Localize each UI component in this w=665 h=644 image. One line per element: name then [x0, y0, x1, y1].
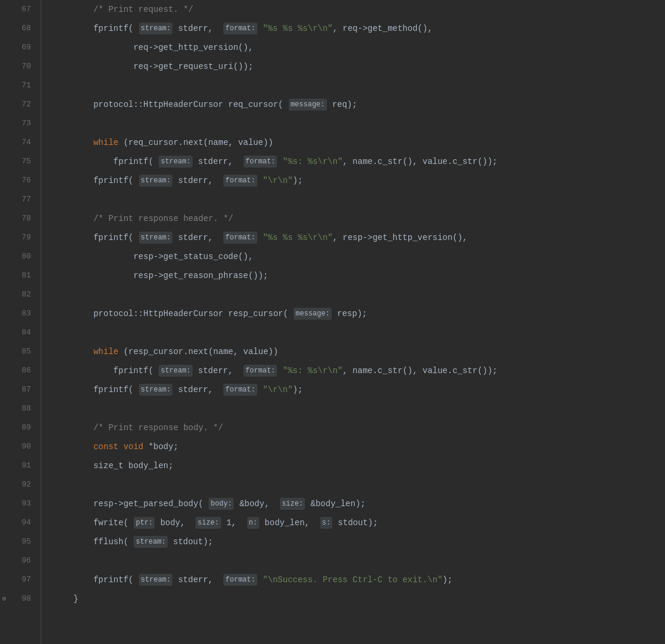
code-line-79: fprintf( stream: stderr, format: "%s %s …	[53, 228, 665, 247]
param-ptr-94: ptr:	[134, 517, 155, 529]
param-stream-76: stream:	[139, 175, 172, 187]
code-line-96	[53, 551, 665, 570]
ln-95: 95	[0, 532, 31, 551]
kw-const-90: const	[93, 442, 118, 452]
line-number-gutter: 67 68 69 70 71 72 73 74 75 76 77 78 79 8…	[0, 0, 42, 644]
ln-81: 81	[0, 266, 31, 285]
code-line-74: while (req_cursor.next(name, value))	[53, 133, 665, 152]
ln-67: 67	[0, 0, 31, 19]
param-n-94: n:	[247, 517, 259, 529]
ln-97: 97	[0, 570, 31, 589]
code-editor: 67 68 69 70 71 72 73 74 75 76 77 78 79 8…	[0, 0, 665, 644]
code-line-99	[53, 608, 665, 627]
code-line-75: fprintf( stream: stderr, format: "%s: %s…	[53, 152, 665, 171]
code-line-87: fprintf( stream: stderr, format: "\r\n")…	[53, 380, 665, 399]
param-body-93: body:	[209, 498, 234, 510]
code-line-68: fprintf( stream: stderr, format: "%s %s …	[53, 19, 665, 38]
param-stream-95: stream:	[134, 536, 167, 548]
ln-98: 98	[0, 589, 31, 608]
comment-67: /* Print request. */	[93, 5, 193, 14]
param-message-83: message:	[294, 308, 332, 320]
code-line-85: while (resp_cursor.next(name, value))	[53, 342, 665, 361]
ln-69: 69	[0, 38, 31, 57]
code-line-91: size_t body_len;	[53, 456, 665, 475]
param-format-76: format:	[223, 175, 257, 187]
code-line-82	[53, 285, 665, 304]
code-line-78: /* Print response header. */	[53, 209, 665, 228]
ln-73: 73	[0, 114, 31, 133]
ln-87: 87	[0, 380, 31, 399]
param-stream-87: stream:	[139, 384, 172, 396]
comment-89: /* Print response body. */	[93, 423, 223, 433]
code-line-89: /* Print response body. */	[53, 418, 665, 437]
ln-96: 96	[0, 551, 31, 570]
ln-84: 84	[0, 323, 31, 342]
ln-80: 80	[0, 247, 31, 266]
code-line-76: fprintf( stream: stderr, format: "\r\n")…	[53, 171, 665, 190]
param-stream-79: stream:	[139, 232, 172, 244]
code-line-81: resp->get_reason_phrase());	[53, 266, 665, 285]
kw-void-90: void	[124, 442, 144, 452]
code-line-92	[53, 475, 665, 494]
code-line-69: req->get_http_version(),	[53, 38, 665, 57]
ln-88: 88	[0, 399, 31, 418]
ln-72: 72	[0, 95, 31, 114]
param-format-68: format:	[223, 23, 257, 34]
ln-68: 68	[0, 19, 31, 38]
code-line-90: const void *body;	[53, 437, 665, 456]
param-format-87: format:	[223, 384, 257, 396]
code-line-72: protocol::HttpHeaderCursor req_cursor( m…	[53, 95, 665, 114]
code-line-70: req->get_request_uri());	[53, 57, 665, 76]
comment-78: /* Print response header. */	[93, 214, 233, 223]
code-line-93: resp->get_parsed_body( body: &body, size…	[53, 494, 665, 513]
ln-74: 74	[0, 133, 31, 152]
ln-92: 92	[0, 475, 31, 494]
ln-99	[0, 608, 31, 627]
ln-91: 91	[0, 456, 31, 475]
ln-76: 76	[0, 171, 31, 190]
code-line-94: fwrite( ptr: body, size: 1, n: body_len,…	[53, 513, 665, 532]
code-text-area: /* Print request. */ fprintf( stream: st…	[42, 0, 665, 644]
param-message-72: message:	[289, 99, 327, 111]
ln-77: 77	[0, 190, 31, 209]
param-stream-75: stream:	[159, 156, 192, 168]
fn-68: fprintf(	[93, 24, 133, 33]
code-line-84	[53, 323, 665, 342]
param-format-75: format:	[244, 156, 277, 168]
param-s-94: s:	[320, 517, 332, 529]
param-stream-86: stream:	[159, 365, 192, 377]
code-line-67: /* Print request. */	[53, 0, 665, 19]
code-line-71	[53, 76, 665, 95]
ln-90: 90	[0, 437, 31, 456]
code-line-83: protocol::HttpHeaderCursor resp_cursor( …	[53, 304, 665, 323]
code-line-86: fprintf( stream: stderr, format: "%s: %s…	[53, 361, 665, 380]
param-format-79: format:	[223, 232, 257, 244]
code-line-98: }	[53, 589, 665, 608]
ln-71: 71	[0, 76, 31, 95]
code-line-88	[53, 399, 665, 418]
param-size-94: size:	[196, 517, 220, 529]
param-stream-97: stream:	[139, 574, 172, 586]
ln-79: 79	[0, 228, 31, 247]
ln-89: 89	[0, 418, 31, 437]
ln-82: 82	[0, 285, 31, 304]
ln-85: 85	[0, 342, 31, 361]
param-format-86: format:	[244, 365, 277, 377]
param-stream-68: stream:	[139, 23, 172, 34]
kw-while-74: while	[93, 138, 118, 147]
code-line-95: fflush( stream: stdout);	[53, 532, 665, 551]
ln-70: 70	[0, 57, 31, 76]
param-size-93: size:	[280, 498, 305, 510]
ln-93: 93	[0, 494, 31, 513]
code-line-73	[53, 114, 665, 133]
ln-86: 86	[0, 361, 31, 380]
ln-83: 83	[0, 304, 31, 323]
ln-94: 94	[0, 513, 31, 532]
kw-while-85: while	[93, 347, 118, 356]
code-line-97: fprintf( stream: stderr, format: "\nSucc…	[53, 570, 665, 589]
code-line-77	[53, 190, 665, 209]
param-format-97: format:	[223, 574, 257, 586]
code-line-80: resp->get_status_code(),	[53, 247, 665, 266]
ln-75: 75	[0, 152, 31, 171]
ln-78: 78	[0, 209, 31, 228]
